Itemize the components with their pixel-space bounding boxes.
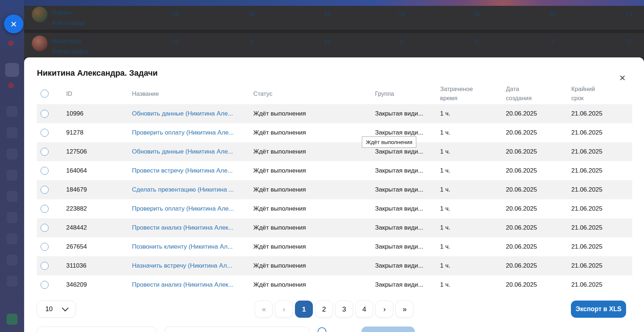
table-row: 127506Обновить данные (Никитина Але...Жд… [37, 142, 632, 161]
select-all-radio[interactable] [41, 90, 49, 98]
nav-item-icon [7, 233, 18, 244]
stat-value: 29 [399, 11, 406, 18]
task-status: Ждёт выполнения [253, 167, 375, 174]
task-group: Закрытая види... [375, 129, 440, 136]
task-status: Ждёт выполнения [253, 129, 375, 136]
task-group: Закрытая види... [375, 148, 440, 155]
stat-value: 7 [551, 39, 554, 46]
app-root: ✕ ЛаринАлександр36384329463713НикитинаАл… [0, 0, 644, 332]
row-select-radio[interactable] [41, 129, 49, 137]
close-icon[interactable]: ✕ [617, 73, 628, 84]
row-radio-cell [37, 186, 66, 194]
task-link[interactable]: Проверить оплату (Никитина Але... [132, 205, 253, 212]
user-name-line1: Ларин [52, 8, 85, 18]
table-row: 267654Позвонить клиенту (Никитина Ал...Ж… [37, 237, 632, 256]
pagination-bar: 10 «‹1234›» Экспорт в XLS [24, 301, 644, 318]
task-time: 1 ч. [440, 129, 506, 136]
task-id: 346209 [66, 281, 132, 288]
row-radio-cell [37, 167, 66, 175]
row-select-radio[interactable] [41, 262, 49, 270]
row-select-radio[interactable] [41, 186, 49, 194]
task-link[interactable]: Провести анализ (Никитина Алек... [132, 224, 253, 231]
task-time: 1 ч. [440, 205, 506, 212]
task-time: 1 ч. [440, 262, 506, 269]
stat-value: 6 [400, 39, 404, 46]
table-row: 346209Провести анализ (Никитина Алек...Ж… [37, 275, 632, 294]
task-link[interactable]: Провести встречу (Никитина Але... [132, 167, 253, 174]
column-header-group: Группа [375, 89, 440, 98]
page-2-button[interactable]: 2 [315, 301, 333, 318]
task-link[interactable]: Обновить данные (Никитина Але... [132, 148, 253, 155]
task-link[interactable]: Проверить оплату (Никитина Але... [132, 129, 253, 136]
page-first-button[interactable]: « [255, 301, 273, 318]
top-gradient-bar [0, 0, 644, 6]
task-group: Закрытая види... [375, 243, 440, 250]
task-group: Закрытая види... [375, 262, 440, 269]
task-link[interactable]: Сделать презентацию (Никитина ... [132, 186, 253, 193]
row-select-radio[interactable] [41, 281, 49, 289]
avatar [32, 35, 48, 51]
bottom-input-2[interactable] [164, 327, 310, 332]
avatar [32, 7, 48, 22]
row-select-radio[interactable] [41, 148, 49, 156]
red-badge-icon [8, 83, 14, 88]
task-deadline: 21.06.2025 [571, 243, 632, 250]
task-time: 1 ч. [440, 281, 506, 288]
page-next-button[interactable]: › [375, 301, 393, 318]
task-status: Ждёт выполнения [253, 224, 375, 231]
bottom-radio[interactable] [318, 327, 326, 332]
task-status: Ждёт выполнения [253, 148, 375, 155]
page-last-button[interactable]: » [395, 301, 413, 318]
task-status: Ждёт выполнения [253, 243, 375, 250]
page-3-button[interactable]: 3 [335, 301, 353, 318]
task-id: 127506 [66, 148, 132, 155]
stat-value: 13 [625, 11, 632, 18]
task-deadline: 21.06.2025 [571, 262, 632, 269]
task-created: 20.06.2025 [506, 262, 571, 269]
table-row: 164064Провести встречу (Никитина Але...Ж… [37, 161, 632, 180]
bottom-submit-button[interactable] [361, 327, 415, 332]
stat-value: 37 [550, 11, 557, 18]
task-time: 1 ч. [440, 167, 506, 174]
task-link[interactable]: Позвонить клиенту (Никитина Ал... [132, 243, 253, 250]
task-deadline: 21.06.2025 [571, 205, 632, 212]
nav-item-icon [7, 191, 18, 202]
table-row: 223882Проверить оплату (Никитина Але...Ж… [37, 199, 632, 218]
task-created: 20.06.2025 [506, 281, 571, 288]
nav-item-icon [7, 106, 18, 117]
row-select-radio[interactable] [41, 167, 49, 175]
task-id: 311036 [66, 262, 132, 269]
export-xls-button[interactable]: Экспорт в XLS [571, 301, 626, 318]
background-table: ЛаринАлександр36384329463713НикитинаАлек… [24, 6, 644, 57]
tasks-modal: Никитина Александра. Задачи ✕ ID Названи… [24, 57, 644, 332]
row-select-radio[interactable] [41, 205, 49, 213]
bottom-input-1[interactable] [37, 327, 157, 332]
nav-item-icon [7, 212, 18, 223]
nav-item-icon [7, 254, 18, 265]
sidebar [0, 0, 24, 332]
page-prev-button[interactable]: ‹ [275, 301, 293, 318]
task-id: 267654 [66, 243, 132, 250]
task-id: 184679 [66, 186, 132, 193]
page-title: Никитина Александра. Задачи [37, 68, 158, 78]
task-table-body: 10996Обновить данные (Никитина Але...Ждё… [37, 104, 632, 294]
row-select-radio[interactable] [41, 224, 49, 232]
stat-value: 38 [249, 11, 256, 18]
task-created: 20.06.2025 [506, 243, 571, 250]
task-created: 20.06.2025 [506, 224, 571, 231]
page-1-button[interactable]: 1 [295, 301, 313, 318]
nav-item-icon [7, 127, 18, 138]
user-name-line2: Александр [52, 18, 85, 28]
table-row: 184679Сделать презентацию (Никитина ...Ж… [37, 180, 632, 199]
task-id: 223882 [66, 205, 132, 212]
task-link[interactable]: Обновить данные (Никитина Але... [132, 110, 253, 117]
task-link[interactable]: Назначить встречу (Никитина Ал... [132, 262, 253, 269]
row-radio-cell [37, 262, 66, 270]
task-link[interactable]: Провести анализ (Никитина Алек... [132, 281, 253, 288]
row-select-radio[interactable] [41, 243, 49, 251]
task-created: 20.06.2025 [506, 205, 571, 212]
row-select-radio[interactable] [41, 110, 49, 118]
page-4-button[interactable]: 4 [355, 301, 373, 318]
panel-close-button[interactable]: ✕ [4, 15, 23, 33]
nav-item-active-icon [5, 63, 19, 77]
